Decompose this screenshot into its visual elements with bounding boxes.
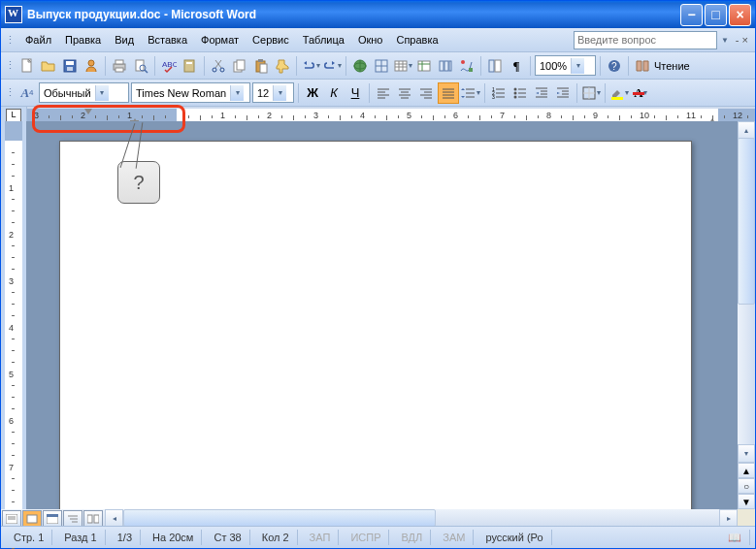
permissions-icon[interactable] (82, 56, 101, 76)
minimize-button[interactable]: − (680, 4, 703, 26)
style-combo[interactable]: Обычный▾ (39, 82, 129, 103)
svg-point-73 (514, 95, 517, 98)
align-right-icon[interactable] (416, 83, 436, 103)
spellcheck-icon[interactable]: ABC (159, 56, 179, 76)
decrease-indent-icon[interactable] (532, 83, 551, 103)
scroll-right-button[interactable]: ▸ (719, 509, 738, 527)
normal-view-icon[interactable] (2, 510, 21, 527)
show-marks-icon[interactable]: ¶ (507, 56, 526, 76)
menu-table[interactable]: Таблица (296, 31, 351, 48)
svg-text:ABC: ABC (162, 60, 177, 69)
svg-rect-13 (186, 62, 192, 64)
redo-icon[interactable]: ▾ (322, 56, 342, 76)
web-layout-view-icon[interactable] (43, 510, 62, 527)
scroll-thumb-h[interactable] (123, 509, 436, 527)
line-spacing-icon[interactable]: ▾ (461, 83, 480, 103)
excel-icon[interactable] (414, 56, 434, 76)
align-left-icon[interactable] (374, 83, 393, 103)
svg-rect-34 (418, 61, 430, 71)
align-center-icon[interactable] (395, 83, 414, 103)
svg-rect-12 (184, 60, 194, 72)
status-book-icon[interactable]: 📖 (720, 530, 750, 545)
zoom-combo[interactable]: 100%▾ (535, 55, 596, 76)
print-layout-view-icon[interactable] (22, 510, 42, 527)
numbering-icon[interactable]: 123 (489, 83, 509, 103)
svg-point-4 (88, 60, 94, 66)
menu-window[interactable]: Окно (351, 31, 390, 48)
scroll-down-button[interactable]: ▾ (738, 444, 755, 463)
vertical-ruler[interactable]: 123456789 (1, 121, 26, 509)
menu-help[interactable]: Справка (389, 31, 444, 48)
bold-icon[interactable]: Ж (303, 83, 322, 103)
svg-point-17 (220, 68, 224, 72)
bullets-icon[interactable] (510, 83, 530, 103)
maximize-button[interactable]: □ (705, 4, 727, 26)
highlight-icon[interactable]: ▾ (609, 83, 629, 103)
close-button[interactable]: × (729, 4, 751, 26)
research-icon[interactable] (181, 56, 200, 76)
status-bar: Стр. 1 Разд 1 1/3 На 20см Ст 38 Кол 2 ЗА… (1, 526, 755, 548)
copy-icon[interactable] (230, 56, 249, 76)
status-lang[interactable]: русский (Ро (477, 530, 551, 545)
svg-rect-7 (115, 68, 123, 72)
reading-icon[interactable] (633, 56, 652, 76)
increase-indent-icon[interactable] (553, 83, 573, 103)
prev-page-button[interactable]: ▲ (738, 463, 755, 478)
font-combo[interactable]: Times New Roman▾ (131, 82, 250, 103)
tables-borders-icon[interactable] (372, 56, 391, 76)
help-icon[interactable]: ? (605, 56, 624, 76)
menu-format[interactable]: Формат (194, 31, 246, 48)
hyperlink-icon[interactable] (350, 56, 370, 76)
outline-view-icon[interactable] (63, 510, 82, 527)
status-trk[interactable]: ИСПР (343, 530, 389, 545)
print-preview-icon[interactable] (131, 56, 150, 76)
reading-view-icon[interactable] (83, 510, 103, 527)
new-doc-icon[interactable] (17, 56, 37, 76)
menu-view[interactable]: Вид (108, 31, 141, 48)
drawing-icon[interactable] (457, 56, 477, 76)
columns-icon[interactable] (436, 56, 455, 76)
svg-point-16 (213, 68, 216, 72)
title-bar: Выпуск продукции.doc - Microsoft Word − … (1, 1, 755, 28)
svg-rect-100 (94, 515, 99, 523)
scroll-thumb-v[interactable] (738, 138, 755, 305)
svg-point-72 (514, 91, 517, 94)
borders-icon[interactable]: ▾ (581, 83, 601, 103)
svg-rect-39 (449, 61, 451, 71)
help-search-input[interactable] (574, 31, 717, 49)
open-icon[interactable] (39, 56, 58, 76)
styles-pane-icon[interactable]: A4 (17, 83, 37, 103)
underline-icon[interactable]: Ч (345, 83, 365, 103)
status-ovr[interactable]: ЗАМ (435, 530, 474, 545)
status-ext[interactable]: ВДЛ (393, 530, 431, 545)
cut-icon[interactable] (209, 56, 228, 76)
size-combo[interactable]: 12▾ (252, 82, 294, 103)
save-icon[interactable] (60, 56, 80, 76)
menu-bar: ⋮ Файл Правка Вид Вставка Формат Сервис … (1, 28, 755, 52)
status-col: Кол 2 (254, 530, 298, 545)
doc-map-icon[interactable] (485, 56, 505, 76)
font-color-icon[interactable]: A▾ (631, 83, 650, 103)
scroll-left-button[interactable]: ◂ (105, 509, 123, 527)
menu-edit[interactable]: Правка (58, 31, 108, 48)
menu-tools[interactable]: Сервис (246, 31, 296, 48)
reading-label[interactable]: Чтение (654, 60, 690, 72)
format-painter-icon[interactable] (273, 56, 292, 76)
vertical-scrollbar[interactable]: ▴ ▾ ▲ ○ ▼ (738, 121, 755, 509)
undo-icon[interactable]: ▾ (301, 56, 320, 76)
italic-icon[interactable]: К (324, 83, 344, 103)
print-icon[interactable] (110, 56, 129, 76)
menu-insert[interactable]: Вставка (141, 31, 194, 48)
svg-rect-29 (395, 61, 407, 71)
menu-file[interactable]: Файл (18, 31, 58, 48)
status-rec[interactable]: ЗАП (302, 530, 340, 545)
next-page-button[interactable]: ▼ (738, 494, 755, 509)
insert-table-icon[interactable]: ▾ (393, 56, 412, 76)
browse-object-button[interactable]: ○ (738, 478, 755, 494)
svg-point-40 (461, 60, 465, 64)
svg-text:?: ? (611, 61, 617, 72)
align-justify-icon[interactable] (438, 82, 459, 104)
first-line-indent-marker[interactable] (84, 109, 92, 114)
paste-icon[interactable] (251, 56, 271, 76)
view-buttons (1, 509, 105, 527)
